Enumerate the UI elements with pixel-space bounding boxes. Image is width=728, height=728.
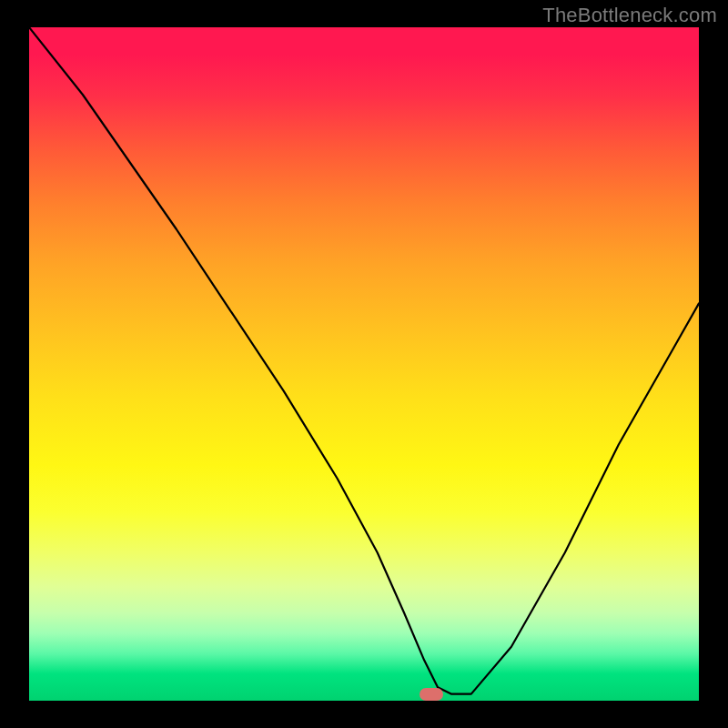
watermark-text: TheBottleneck.com [542,4,717,27]
optimal-point-marker [420,688,443,701]
plot-area [29,27,699,701]
chart-frame: TheBottleneck.com [0,0,728,728]
bottleneck-curve [29,27,699,701]
curve-path [29,27,699,694]
